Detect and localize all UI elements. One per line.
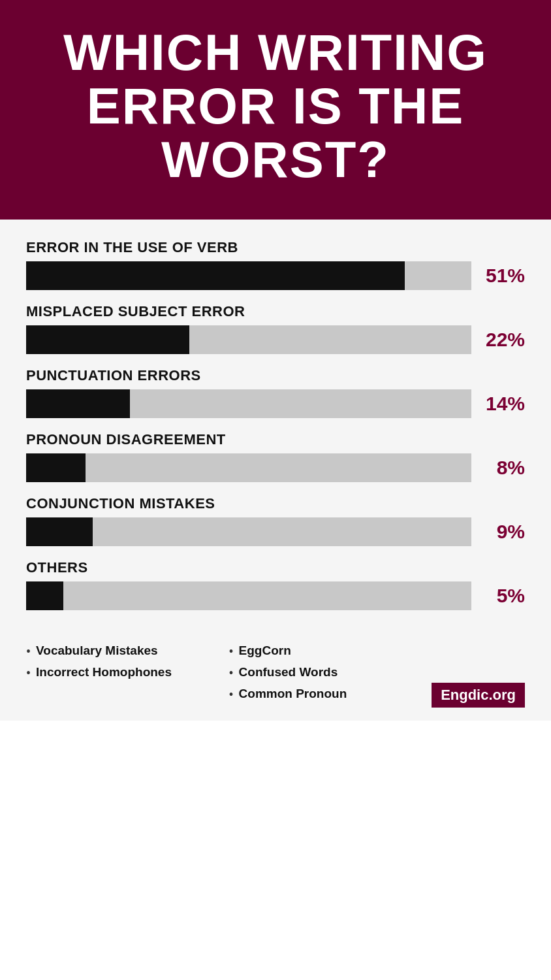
chart-item: OTHERS5% [26, 559, 525, 610]
footer-item-text: Common Pronoun [239, 686, 347, 702]
footer-item-text: EggCorn [239, 643, 291, 659]
bar-row: 51% [26, 261, 525, 290]
bar-row: 5% [26, 581, 525, 610]
chart-item-label: MISPLACED SUBJECT ERROR [26, 303, 525, 320]
bar-track [26, 325, 471, 354]
chart-item: PRONOUN DISAGREEMENT8% [26, 431, 525, 482]
footer-item-text: Incorrect Homophones [36, 664, 172, 680]
bullet-icon: • [26, 666, 31, 681]
bar-fill [26, 453, 86, 482]
chart-item-label: PUNCTUATION ERRORS [26, 367, 525, 384]
brand-label: Engdic.org [432, 683, 525, 708]
bar-fill [26, 325, 189, 354]
chart-item: ERROR IN THE USE OF VERB51% [26, 239, 525, 290]
bar-fill [26, 389, 130, 418]
bullet-icon: • [26, 644, 31, 659]
footer-item: •Confused Words [229, 664, 426, 681]
bar-fill [26, 581, 63, 610]
bar-fill [26, 517, 93, 546]
footer-item-text: Vocabulary Mistakes [36, 643, 158, 659]
header-title: WHICH WRITING ERROR IS THE WORST? [20, 26, 531, 187]
chart-item: CONJUNCTION MISTAKES9% [26, 495, 525, 546]
header: WHICH WRITING ERROR IS THE WORST? [0, 0, 551, 220]
bar-percent: 14% [479, 393, 525, 415]
bar-row: 9% [26, 517, 525, 546]
bullet-icon: • [229, 644, 234, 659]
bar-percent: 9% [479, 521, 525, 543]
bar-fill [26, 261, 405, 290]
bar-row: 22% [26, 325, 525, 354]
bar-percent: 22% [479, 329, 525, 351]
chart-item-label: ERROR IN THE USE OF VERB [26, 239, 525, 256]
bar-row: 14% [26, 389, 525, 418]
chart-item-label: PRONOUN DISAGREEMENT [26, 431, 525, 448]
bar-track [26, 453, 471, 482]
bar-row: 8% [26, 453, 525, 482]
footer-item-text: Confused Words [239, 664, 338, 680]
footer-item: •Common Pronoun [229, 686, 426, 702]
footer-item: •Vocabulary Mistakes [26, 643, 223, 659]
bar-percent: 51% [479, 265, 525, 287]
bar-track [26, 389, 471, 418]
bar-track [26, 581, 471, 610]
footer-col-2: •EggCorn•Confused Words•Common Pronoun [229, 643, 432, 708]
bar-percent: 8% [479, 457, 525, 479]
content-area: ERROR IN THE USE OF VERB51%MISPLACED SUB… [0, 220, 551, 636]
bar-track [26, 517, 471, 546]
chart-item-label: OTHERS [26, 559, 525, 576]
bar-track [26, 261, 471, 290]
footer-item: •Incorrect Homophones [26, 664, 223, 681]
footer-item: •EggCorn [229, 643, 426, 659]
bar-percent: 5% [479, 585, 525, 607]
bullet-icon: • [229, 687, 234, 702]
footer: •Vocabulary Mistakes•Incorrect Homophone… [0, 636, 551, 721]
chart-item-label: CONJUNCTION MISTAKES [26, 495, 525, 512]
chart-item: MISPLACED SUBJECT ERROR22% [26, 303, 525, 354]
bullet-icon: • [229, 666, 234, 681]
footer-col-1: •Vocabulary Mistakes•Incorrect Homophone… [26, 643, 229, 708]
chart-item: PUNCTUATION ERRORS14% [26, 367, 525, 418]
